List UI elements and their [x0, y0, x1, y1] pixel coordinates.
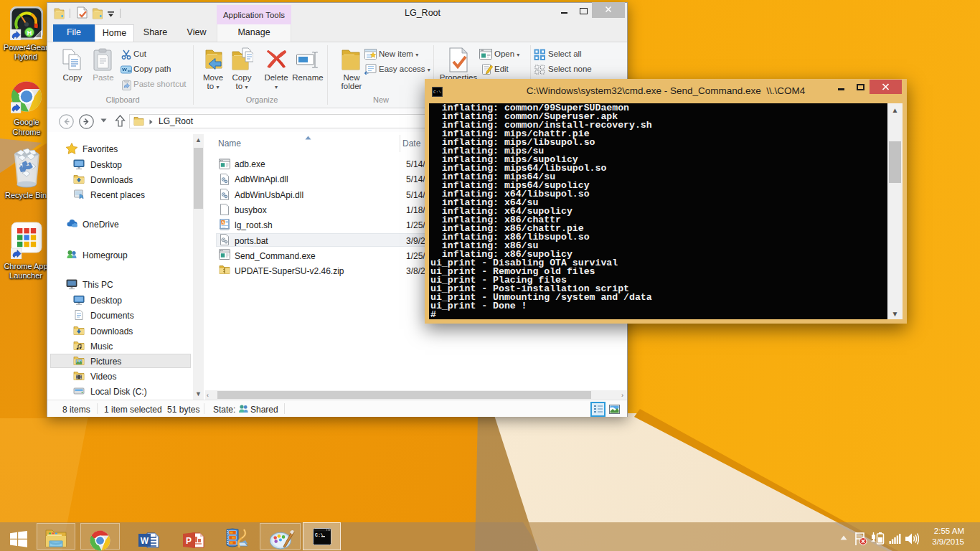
svg-text:C:\: C:\	[315, 533, 324, 538]
svg-text:W: W	[141, 536, 149, 546]
svg-text:A: A	[222, 220, 225, 225]
svg-text:C:\: C:\	[433, 90, 441, 95]
svg-text:P: P	[186, 536, 192, 546]
svg-text:H: H	[27, 29, 32, 37]
